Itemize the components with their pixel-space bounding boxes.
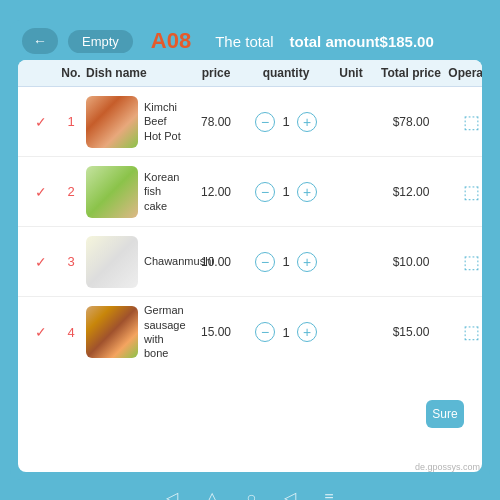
- price-cell-3: 10.00: [186, 255, 246, 269]
- edit-icon-1[interactable]: ⬚: [463, 111, 480, 133]
- empty-button[interactable]: Empty: [68, 30, 133, 53]
- check-icon-3: ✓: [35, 254, 47, 270]
- quantity-cell-2: − 1 +: [246, 182, 326, 202]
- operate-cell-1[interactable]: ⬚: [446, 111, 482, 133]
- dish-image-2: [86, 166, 138, 218]
- total-price-cell-3: $10.00: [376, 255, 446, 269]
- qty-num-2: 1: [279, 184, 293, 199]
- dish-cell-3: Chawanmushi: [86, 236, 186, 288]
- bottom-nav: ◁ △ ○ ◁ ≡: [10, 480, 490, 500]
- col-operate: Operate: [446, 66, 482, 80]
- quantity-cell-4: − 1 +: [246, 322, 326, 342]
- quantity-cell-3: − 1 +: [246, 252, 326, 272]
- table-row: ✓ 2 Korean fish cake 12.00 − 1 + $12.00 …: [18, 157, 482, 227]
- col-unit: Unit: [326, 66, 376, 80]
- price-cell-2: 12.00: [186, 185, 246, 199]
- edit-icon-4[interactable]: ⬚: [463, 321, 480, 343]
- operate-cell-3[interactable]: ⬚: [446, 251, 482, 273]
- check-icon-4: ✓: [35, 324, 47, 340]
- qty-num-1: 1: [279, 114, 293, 129]
- qty-minus-3[interactable]: −: [255, 252, 275, 272]
- qty-minus-4[interactable]: −: [255, 322, 275, 342]
- col-price: price: [186, 66, 246, 80]
- edit-icon-3[interactable]: ⬚: [463, 251, 480, 273]
- nav-recent-icon[interactable]: ○: [246, 489, 256, 501]
- qty-minus-2[interactable]: −: [255, 182, 275, 202]
- dish-cell-2: Korean fish cake: [86, 166, 186, 218]
- row-checkbox-2[interactable]: ✓: [26, 184, 56, 200]
- row-checkbox-3[interactable]: ✓: [26, 254, 56, 270]
- total-amount: total amount$185.00: [290, 33, 434, 50]
- check-icon-1: ✓: [35, 114, 47, 130]
- nav-back-icon[interactable]: ◁: [166, 488, 178, 500]
- watermark: de.gpossys.com: [415, 462, 480, 472]
- operate-cell-4[interactable]: ⬚: [446, 321, 482, 343]
- dish-name-2: Korean fish cake: [144, 170, 186, 213]
- row-num-3: 3: [56, 254, 86, 269]
- dish-image-4: [86, 306, 138, 358]
- row-checkbox-1[interactable]: ✓: [26, 114, 56, 130]
- qty-num-4: 1: [279, 325, 293, 340]
- back-button[interactable]: ←: [22, 28, 58, 54]
- nav-home-icon[interactable]: △: [206, 488, 218, 500]
- qty-plus-4[interactable]: +: [297, 322, 317, 342]
- edit-icon-2[interactable]: ⬚: [463, 181, 480, 203]
- col-no: No.: [56, 66, 86, 80]
- qty-num-3: 1: [279, 254, 293, 269]
- col-quantity: quantity: [246, 66, 326, 80]
- dish-image-1: [86, 96, 138, 148]
- table-body: ✓ 1 Kimchi Beef Hot Pot 78.00 − 1 + $78.…: [18, 87, 482, 472]
- price-cell-4: 15.00: [186, 325, 246, 339]
- total-price-cell-1: $78.00: [376, 115, 446, 129]
- quantity-cell-1: − 1 +: [246, 112, 326, 132]
- total-price-cell-4: $15.00: [376, 325, 446, 339]
- operate-cell-2[interactable]: ⬚: [446, 181, 482, 203]
- table-id: A08: [151, 28, 191, 54]
- col-total-price: Total price: [376, 66, 446, 80]
- nav-menu-icon[interactable]: ≡: [324, 489, 333, 501]
- qty-plus-3[interactable]: +: [297, 252, 317, 272]
- dish-name-4: German sausage with bone: [144, 303, 186, 360]
- row-num-2: 2: [56, 184, 86, 199]
- dish-name-1: Kimchi Beef Hot Pot: [144, 100, 186, 143]
- table-row: ✓ 4 German sausage with bone 15.00 − 1 +…: [18, 297, 482, 367]
- total-price-cell-2: $12.00: [376, 185, 446, 199]
- dish-cell-1: Kimchi Beef Hot Pot: [86, 96, 186, 148]
- table-header: No. Dish name price quantity Unit Total …: [18, 60, 482, 87]
- content-area: No. Dish name price quantity Unit Total …: [18, 60, 482, 472]
- row-num-1: 1: [56, 114, 86, 129]
- dish-image-3: [86, 236, 138, 288]
- top-bar: ← Empty A08 The total total amount$185.0…: [18, 28, 482, 54]
- check-icon-2: ✓: [35, 184, 47, 200]
- price-cell-1: 78.00: [186, 115, 246, 129]
- table-row: ✓ 3 Chawanmushi 10.00 − 1 + $10.00 ⬚: [18, 227, 482, 297]
- row-checkbox-4[interactable]: ✓: [26, 324, 56, 340]
- qty-plus-2[interactable]: +: [297, 182, 317, 202]
- dish-cell-4: German sausage with bone: [86, 303, 186, 360]
- nav-prev-icon[interactable]: ◁: [284, 488, 296, 500]
- sure-button[interactable]: Sure: [426, 400, 464, 428]
- table-row: ✓ 1 Kimchi Beef Hot Pot 78.00 − 1 + $78.…: [18, 87, 482, 157]
- total-label: The total: [215, 33, 273, 50]
- row-num-4: 4: [56, 325, 86, 340]
- qty-minus-1[interactable]: −: [255, 112, 275, 132]
- qty-plus-1[interactable]: +: [297, 112, 317, 132]
- col-dish-name: Dish name: [86, 66, 186, 80]
